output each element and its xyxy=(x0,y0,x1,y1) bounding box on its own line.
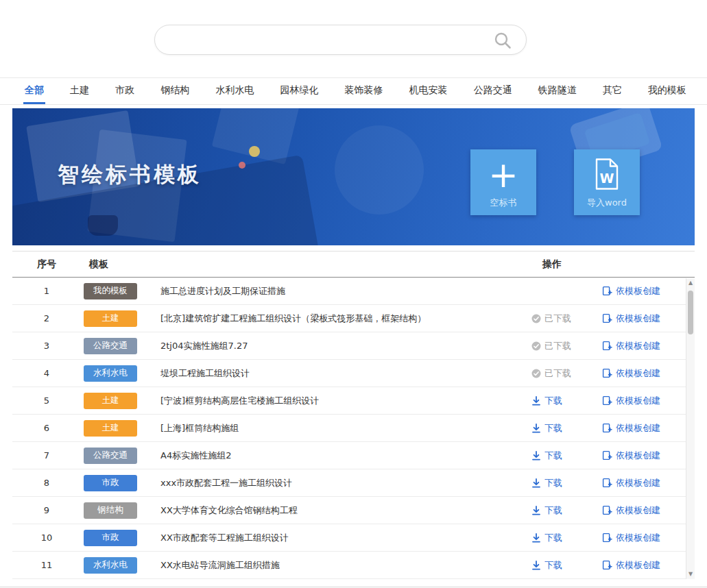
tab-4[interactable]: 水利水电 xyxy=(214,78,255,104)
scroll-up-icon[interactable]: ▲ xyxy=(686,278,695,288)
template-title: 堤坝工程施工组织设计 xyxy=(160,367,250,380)
banner-deco-circle xyxy=(335,125,424,215)
tab-3[interactable]: 钢结构 xyxy=(159,78,191,104)
table-row: 4水利水电堤坝工程施工组织设计已下载依模板创建 xyxy=(12,360,695,387)
row-operation-cell: 下载依模板创建 xyxy=(523,450,695,462)
row-operation-cell: 已下载依模板创建 xyxy=(523,313,695,325)
template-title: XX大学体育文化综合馆钢结构工程 xyxy=(160,504,298,517)
search-area xyxy=(0,0,707,77)
row-template-cell: 公路交通A4标实施性施组2 xyxy=(81,448,523,464)
template-title: [宁波]框剪结构高层住宅楼施工组织设计 xyxy=(160,395,319,407)
header-operation: 操作 xyxy=(523,258,695,271)
row-template-cell: 市政xxx市政配套工程一施工组织设计 xyxy=(81,475,523,491)
category-badge: 市政 xyxy=(84,475,137,491)
template-title: [北京]建筑馆扩建工程施工组织设计（梁板式筏形基础，框架结构） xyxy=(160,313,426,325)
search-bar[interactable] xyxy=(154,25,527,55)
download-link[interactable]: 下载 xyxy=(523,395,602,407)
row-operation-cell: 下载依模板创建 xyxy=(523,504,695,517)
download-link[interactable]: 下载 xyxy=(523,450,602,462)
table-row: 7公路交通A4标实施性施组2下载依模板创建 xyxy=(12,442,695,469)
row-index: 6 xyxy=(12,423,81,433)
table-row: 8市政xxx市政配套工程一施工组织设计下载依模板创建 xyxy=(12,469,695,497)
category-badge: 我的模板 xyxy=(84,283,137,299)
template-title: [上海]框筒结构施组 xyxy=(160,422,239,434)
category-badge: 土建 xyxy=(84,393,137,409)
download-link[interactable]: 下载 xyxy=(523,532,602,544)
word-doc-icon: W xyxy=(592,158,622,193)
table-row: 10市政XX市政配套等工程施工组织设计下载依模板创建 xyxy=(12,524,695,552)
template-table: 序号 模板 操作 1我的模板施工总进度计划及工期保证措施依模板创建2土建[北京]… xyxy=(12,251,695,579)
tab-1[interactable]: 土建 xyxy=(69,78,91,104)
download-link[interactable]: 下载 xyxy=(523,504,602,517)
template-title: xxx市政配套工程一施工组织设计 xyxy=(160,477,292,489)
tab-8[interactable]: 公路交通 xyxy=(472,78,514,104)
downloaded-status: 已下载 xyxy=(523,367,602,380)
category-badge: 土建 xyxy=(84,310,137,327)
download-link[interactable]: 下载 xyxy=(523,422,602,434)
blank-bid-label: 空标书 xyxy=(490,197,517,209)
plus-icon: + xyxy=(488,157,518,193)
import-word-button[interactable]: W 导入word xyxy=(574,149,640,215)
header-template: 模板 xyxy=(81,258,523,271)
create-from-template-link[interactable]: 依模板创建 xyxy=(602,532,660,544)
tab-6[interactable]: 装饰装修 xyxy=(343,78,384,104)
row-index: 5 xyxy=(12,395,81,406)
row-template-cell: 我的模板施工总进度计划及工期保证措施 xyxy=(81,283,523,299)
create-from-template-link[interactable]: 依模板创建 xyxy=(602,559,660,572)
row-operation-cell: 已下载依模板创建 xyxy=(523,367,695,380)
category-badge: 公路交通 xyxy=(84,338,137,354)
scrollbar-thumb[interactable] xyxy=(688,291,693,334)
row-index: 7 xyxy=(12,450,81,461)
row-index: 1 xyxy=(12,286,81,296)
row-template-cell: 土建[上海]框筒结构施组 xyxy=(81,420,523,437)
create-from-template-link[interactable]: 依模板创建 xyxy=(602,450,660,462)
downloaded-status: 已下载 xyxy=(523,313,602,325)
table-row: 1我的模板施工总进度计划及工期保证措施依模板创建 xyxy=(12,278,695,305)
create-from-template-link[interactable]: 依模板创建 xyxy=(602,340,660,352)
banner: 智绘标书模板 + 空标书 W 导入word xyxy=(12,108,695,245)
table-body: 1我的模板施工总进度计划及工期保证措施依模板创建2土建[北京]建筑馆扩建工程施工… xyxy=(12,278,695,579)
row-template-cell: 公路交通2tj04实施性施组7.27 xyxy=(81,338,523,354)
row-operation-cell: 依模板创建 xyxy=(523,285,695,297)
row-operation-cell: 下载依模板创建 xyxy=(523,422,695,434)
create-from-template-link[interactable]: 依模板创建 xyxy=(602,367,660,380)
table-row: 11水利水电XX水电站导流洞施工组织措施下载依模板创建 xyxy=(12,552,695,579)
vertical-scrollbar[interactable]: ▲ ▼ xyxy=(686,278,695,579)
tab-2[interactable]: 市政 xyxy=(114,78,136,104)
template-title: 2tj04实施性施组7.27 xyxy=(160,340,248,352)
page-bottom-divider xyxy=(0,587,707,587)
tab-11[interactable]: 我的模板 xyxy=(647,78,688,104)
tab-7[interactable]: 机电安装 xyxy=(408,78,449,104)
row-template-cell: 土建[北京]建筑馆扩建工程施工组织设计（梁板式筏形基础，框架结构） xyxy=(81,310,523,327)
create-from-template-link[interactable]: 依模板创建 xyxy=(602,313,660,325)
create-from-template-link[interactable]: 依模板创建 xyxy=(602,285,660,297)
tab-9[interactable]: 铁路隧道 xyxy=(537,78,578,104)
search-input[interactable] xyxy=(155,25,526,54)
category-badge: 水利水电 xyxy=(84,365,137,382)
blank-bid-button[interactable]: + 空标书 xyxy=(470,149,536,215)
tab-5[interactable]: 园林绿化 xyxy=(278,78,320,104)
table-row: 3公路交通2tj04实施性施组7.27已下载依模板创建 xyxy=(12,332,695,360)
banner-deco-dot xyxy=(249,146,260,157)
scroll-down-icon[interactable]: ▼ xyxy=(686,569,695,579)
row-index: 11 xyxy=(12,560,81,570)
table-row: 9钢结构XX大学体育文化综合馆钢结构工程下载依模板创建 xyxy=(12,497,695,524)
create-from-template-link[interactable]: 依模板创建 xyxy=(602,422,660,434)
header-index: 序号 xyxy=(12,258,81,271)
search-icon[interactable] xyxy=(493,31,512,50)
row-index: 9 xyxy=(12,505,81,515)
banner-deco-cup xyxy=(88,215,118,236)
row-template-cell: 土建[宁波]框剪结构高层住宅楼施工组织设计 xyxy=(81,393,523,409)
download-link[interactable]: 下载 xyxy=(523,559,602,572)
create-from-template-link[interactable]: 依模板创建 xyxy=(602,477,660,489)
table-row: 5土建[宁波]框剪结构高层住宅楼施工组织设计下载依模板创建 xyxy=(12,387,695,415)
create-from-template-link[interactable]: 依模板创建 xyxy=(602,504,660,517)
tab-10[interactable]: 其它 xyxy=(601,78,623,104)
tab-0[interactable]: 全部 xyxy=(23,78,45,104)
category-tabs: 全部土建市政钢结构水利水电园林绿化装饰装修机电安装公路交通铁路隧道其它我的模板 xyxy=(0,77,707,105)
download-link[interactable]: 下载 xyxy=(523,477,602,489)
import-word-label: 导入word xyxy=(587,197,627,209)
template-title: A4标实施性施组2 xyxy=(160,450,231,462)
create-from-template-link[interactable]: 依模板创建 xyxy=(602,395,660,407)
row-template-cell: 水利水电堤坝工程施工组织设计 xyxy=(81,365,523,382)
